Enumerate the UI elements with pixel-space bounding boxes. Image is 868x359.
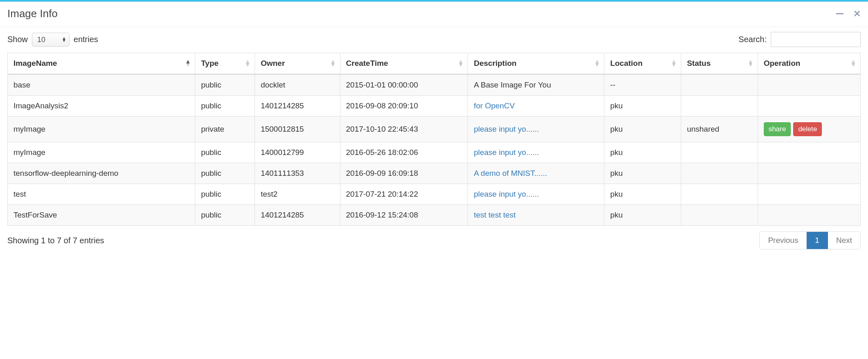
- page-length-select[interactable]: 10: [32, 33, 69, 47]
- sort-icon: ▲▼: [850, 60, 856, 66]
- cell-description: for OpenCV: [468, 95, 604, 116]
- cell-status: [681, 204, 758, 225]
- minimize-icon[interactable]: [836, 13, 843, 14]
- panel-controls: ✕: [836, 9, 861, 18]
- col-location[interactable]: Location ▲▼: [604, 53, 681, 74]
- cell-status: [681, 95, 758, 116]
- cell-owner: 1500012815: [255, 116, 340, 142]
- cell-owner: test2: [255, 184, 340, 204]
- cell-imagename: ImageAnalysis2: [8, 95, 195, 116]
- search-label: Search:: [738, 35, 767, 44]
- table-row: ImageAnalysis2public14012142852016-09-08…: [8, 95, 860, 116]
- col-owner[interactable]: Owner ▲▼: [255, 53, 340, 74]
- cell-status: unshared: [681, 116, 758, 142]
- table-row: basepublicdocklet2015-01-01 00:00:00A Ba…: [8, 74, 860, 95]
- show-label: Show: [7, 35, 28, 44]
- cell-owner: 1400012799: [255, 142, 340, 163]
- cell-operation: [758, 74, 860, 95]
- cell-createtime: 2016-09-12 15:24:08: [340, 204, 468, 225]
- cell-createtime: 2016-09-09 16:09:18: [340, 163, 468, 184]
- cell-type: public: [195, 184, 255, 204]
- description-link[interactable]: A demo of MNIST......: [474, 169, 547, 177]
- page-previous[interactable]: Previous: [760, 232, 807, 249]
- sort-icon: ▲▼: [671, 60, 677, 66]
- cell-location: pku: [604, 184, 681, 204]
- search-control: Search:: [738, 32, 861, 47]
- description-link[interactable]: for OpenCV: [474, 101, 515, 110]
- col-imagename[interactable]: ImageName ▲▼: [8, 53, 195, 74]
- table-info: Showing 1 to 7 of 7 entries: [7, 236, 104, 245]
- cell-createtime: 2015-01-01 00:00:00: [340, 74, 468, 95]
- sort-icon: ▲▼: [330, 60, 336, 66]
- col-location-label: Location: [610, 59, 642, 67]
- page-next[interactable]: Next: [828, 232, 860, 249]
- delete-button[interactable]: delete: [793, 122, 822, 136]
- cell-imagename: base: [8, 74, 195, 95]
- cell-imagename: test: [8, 184, 195, 204]
- panel-header: Image Info ✕: [0, 2, 868, 27]
- cell-description: please input yo......: [468, 184, 604, 204]
- cell-type: public: [195, 204, 255, 225]
- cell-operation: [758, 142, 860, 163]
- cell-operation: [758, 163, 860, 184]
- cell-imagename: myImage: [8, 142, 195, 163]
- col-status[interactable]: Status ▲▼: [681, 53, 758, 74]
- description-link[interactable]: please input yo......: [474, 125, 539, 133]
- table-head: ImageName ▲▼ Type ▲▼ Owner ▲▼ CreateTime…: [8, 53, 860, 74]
- sort-icon: ▲▼: [594, 60, 600, 66]
- cell-createtime: 2017-07-21 20:14:22: [340, 184, 468, 204]
- cell-operation: sharedelete: [758, 116, 860, 142]
- cell-type: public: [195, 95, 255, 116]
- cell-location: --: [604, 74, 681, 95]
- cell-status: [681, 184, 758, 204]
- col-imagename-label: ImageName: [13, 59, 57, 67]
- cell-createtime: 2016-09-08 20:09:10: [340, 95, 468, 116]
- cell-description: A demo of MNIST......: [468, 163, 604, 184]
- search-input[interactable]: [771, 32, 861, 47]
- page-1[interactable]: 1: [807, 232, 828, 249]
- table-footer: Showing 1 to 7 of 7 entries Previous 1 N…: [7, 231, 861, 249]
- cell-status: [681, 142, 758, 163]
- sort-icon: ▲▼: [245, 60, 251, 66]
- cell-description: please input yo......: [468, 116, 604, 142]
- description-link[interactable]: please input yo......: [474, 148, 539, 157]
- table-row: testpublictest22017-07-21 20:14:22please…: [8, 184, 860, 204]
- image-table: ImageName ▲▼ Type ▲▼ Owner ▲▼ CreateTime…: [7, 53, 861, 226]
- description-link[interactable]: test test test: [474, 211, 515, 219]
- cell-imagename: TestForSave: [8, 204, 195, 225]
- cell-location: pku: [604, 204, 681, 225]
- entries-label: entries: [74, 35, 98, 44]
- col-owner-label: Owner: [261, 59, 285, 67]
- col-createtime[interactable]: CreateTime ▲▼: [340, 53, 468, 74]
- col-description[interactable]: Description ▲▼: [468, 53, 604, 74]
- cell-location: pku: [604, 95, 681, 116]
- description-link[interactable]: please input yo......: [474, 190, 539, 198]
- col-operation-label: Operation: [764, 59, 801, 67]
- cell-operation: [758, 184, 860, 204]
- close-icon[interactable]: ✕: [853, 9, 861, 18]
- cell-description: A Base Image For You: [468, 74, 604, 95]
- image-info-panel: Image Info ✕ Show 10 ▲▼ entries S: [0, 0, 868, 254]
- col-operation[interactable]: Operation ▲▼: [758, 53, 860, 74]
- cell-operation: [758, 95, 860, 116]
- cell-location: pku: [604, 163, 681, 184]
- col-type[interactable]: Type ▲▼: [195, 53, 255, 74]
- table-body: basepublicdocklet2015-01-01 00:00:00A Ba…: [8, 74, 860, 225]
- cell-operation: [758, 204, 860, 225]
- cell-description: test test test: [468, 204, 604, 225]
- cell-createtime: 2017-10-10 22:45:43: [340, 116, 468, 142]
- cell-type: public: [195, 142, 255, 163]
- col-status-label: Status: [687, 59, 711, 67]
- table-row: TestForSavepublic14012142852016-09-12 15…: [8, 204, 860, 225]
- cell-owner: 1401111353: [255, 163, 340, 184]
- cell-createtime: 2016-05-26 18:02:06: [340, 142, 468, 163]
- col-createtime-label: CreateTime: [346, 59, 388, 67]
- col-description-label: Description: [474, 59, 517, 67]
- sort-icon: ▲▼: [185, 60, 191, 66]
- cell-imagename: myImage: [8, 116, 195, 142]
- cell-location: pku: [604, 142, 681, 163]
- col-type-label: Type: [201, 59, 219, 67]
- share-button[interactable]: share: [764, 122, 791, 136]
- sort-icon: ▲▼: [458, 60, 464, 66]
- cell-type: public: [195, 74, 255, 95]
